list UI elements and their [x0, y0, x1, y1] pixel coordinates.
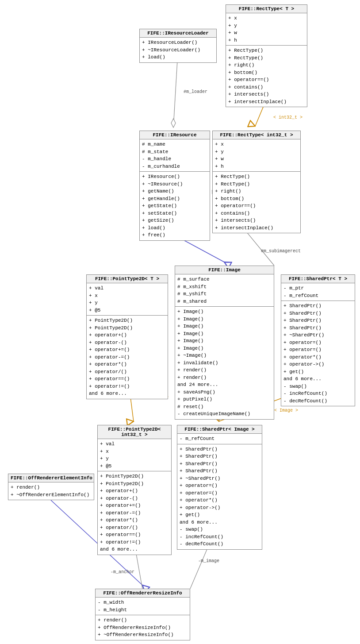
box-pointtype2d-t-attrs: + val+ x+ y+ @5 [87, 283, 168, 316]
box-pointtype2d-t-methods: + PointType2D()+ PointType2D()+ operator… [87, 316, 168, 399]
box-iresourceloader-methods: + IResourceLoader() + ~IResourceLoader()… [140, 38, 216, 62]
box-iresourceloader-title: FIFE::IResourceLoader [140, 29, 216, 38]
box-image: FIFE::Image # m_surface# m_xshift# m_ysh… [175, 266, 274, 420]
box-recttype-t-methods: + RectType()+ RectType()+ right() + bott… [226, 46, 307, 107]
box-sharedptr-image-title: FIFE::SharedPtr< Image > [177, 425, 262, 434]
box-pointtype2d-int32-methods: + PointType2D()+ PointType2D()+ operator… [98, 471, 171, 555]
box-sharedptr-image-methods: + SharedPtr()+ SharedPtr()+ SharedPtr() … [177, 444, 262, 549]
box-sharedptr-image-attrs: - m_refCount [177, 434, 262, 444]
box-pointtype2d-t-title: FIFE::PointType2D< T > [87, 275, 168, 283]
svg-line-8 [173, 53, 178, 127]
box-offrenderer-resizeinfo-title: FIFE::OffRendererResizeInfo [96, 589, 190, 598]
box-iresource-methods: + IResource()+ ~IResource()+ getName() +… [140, 172, 210, 240]
box-sharedptr-t: FIFE::SharedPtr< T > - m_ptr- m_refCount… [281, 274, 355, 406]
box-pointtype2d-int32-attrs: + val+ x+ y+ @5 [98, 439, 171, 471]
box-sharedptr-t-methods: + SharedPtr()+ SharedPtr()+ SharedPtr() … [281, 301, 355, 406]
box-offrenderer-resizeinfo-methods: + render()+ OffRendererResizeInfo()+ ~Of… [96, 615, 190, 640]
box-iresource: FIFE::IResource # m_name# m_state- m_han… [139, 131, 210, 241]
box-image-methods: + Image()+ Image()+ Image()+ Image() + I… [175, 307, 274, 419]
box-iresourceloader: FIFE::IResourceLoader + IResourceLoader(… [139, 29, 217, 63]
svg-text:-m_image: -m_image [198, 559, 219, 563]
svg-text:#m_loader: #m_loader [184, 89, 207, 94]
box-recttype-t: FIFE::RectType< T > + x+ y+ w+ h + RectT… [226, 4, 307, 107]
box-recttype-int32-title: FIFE::RectType< int32_t > [213, 131, 300, 139]
box-recttype-t-attrs: + x+ y+ w+ h [226, 13, 307, 46]
box-offrenderer-elementinfo-methods: + render()+ ~OffRendererElementInfo() [8, 482, 94, 500]
box-recttype-t-title: FIFE::RectType< T > [226, 5, 307, 13]
box-image-attrs: # m_surface# m_xshift# m_yshift# m_share… [175, 274, 274, 307]
svg-marker-9 [171, 119, 176, 127]
diagram-container: < int32_t > #m_loader #m_subimagerect < … [0, 0, 360, 644]
box-sharedptr-image: FIFE::SharedPtr< Image > - m_refCount + … [177, 425, 262, 550]
svg-text:-m_anchor: -m_anchor [111, 570, 134, 575]
box-sharedptr-t-title: FIFE::SharedPtr< T > [281, 275, 355, 283]
svg-text:< Image >: < Image > [274, 408, 298, 413]
box-iresource-attrs: # m_name# m_state- m_handle- m_curhandle [140, 139, 210, 172]
box-pointtype2d-int32: FIFE::PointType2D<int32_t > + val+ x+ y+… [97, 425, 172, 555]
box-iresource-title: FIFE::IResource [140, 131, 210, 139]
svg-text:< int32_t >: < int32_t > [273, 115, 303, 120]
box-offrenderer-resizeinfo: FIFE::OffRendererResizeInfo - m_width- m… [95, 589, 190, 640]
box-pointtype2d-t: FIFE::PointType2D< T > + val+ x+ y+ @5 +… [86, 274, 168, 399]
box-offrenderer-resizeinfo-attrs: - m_width- m_height [96, 598, 190, 615]
svg-text:#m_subimagerect: #m_subimagerect [261, 249, 301, 254]
box-image-title: FIFE::Image [175, 266, 274, 274]
box-offrenderer-elementinfo: FIFE::OffRendererElementInfo + render()+… [8, 474, 94, 500]
box-pointtype2d-int32-title: FIFE::PointType2D<int32_t > [98, 425, 171, 439]
box-recttype-int32: FIFE::RectType< int32_t > + x+ y+ w+ h +… [212, 131, 301, 233]
box-recttype-int32-methods: + RectType()+ RectType()+ right() + bott… [213, 172, 300, 233]
box-sharedptr-t-attrs: - m_ptr- m_refCount [281, 283, 355, 301]
box-recttype-int32-attrs: + x+ y+ w+ h [213, 139, 300, 172]
box-offrenderer-elementinfo-title: FIFE::OffRendererElementInfo [8, 474, 94, 482]
